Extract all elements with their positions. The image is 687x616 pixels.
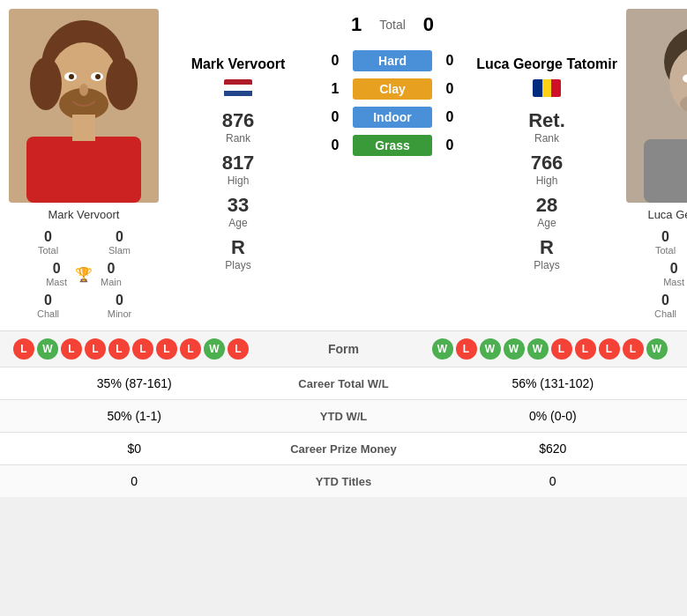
left-minor-cell: 0 Minor: [85, 290, 154, 322]
left-high-stat: 817 High: [222, 152, 255, 187]
left-plays-label: Plays: [225, 259, 250, 271]
stats-left-2: $0: [13, 442, 256, 456]
stats-label-0: Career Total W/L: [256, 377, 432, 390]
surface-grass: 0 Grass 0: [326, 135, 459, 156]
surface-hard: 0 Hard 0: [326, 50, 459, 71]
right-plays-stat: R Plays: [534, 236, 559, 271]
right-flag: [533, 79, 561, 100]
left-age-value: 33: [228, 194, 249, 217]
left-chall-lbl: Chall: [37, 308, 59, 319]
form-badge-w: W: [204, 338, 225, 360]
svg-rect-7: [72, 115, 95, 141]
right-mast-cell: 0 Mast: [661, 258, 687, 290]
hard-badge: Hard: [353, 50, 432, 71]
stats-table: 35% (87-161)Career Total W/L56% (131-102…: [0, 367, 687, 497]
svg-point-10: [69, 74, 74, 79]
form-badge-l: L: [551, 338, 572, 360]
left-high-label: High: [228, 174, 250, 187]
left-slam-lbl: Slam: [108, 245, 131, 256]
right-chall-cell: 0 Chall: [631, 290, 687, 322]
hard-score-right: 0: [441, 53, 459, 69]
form-badge-l: L: [85, 338, 106, 360]
left-form-badges: LWLLLLLLWL: [13, 338, 256, 360]
grass-score-left: 0: [326, 137, 344, 153]
stats-right-0: 56% (131-102): [432, 376, 675, 390]
form-badge-l: L: [156, 338, 177, 360]
right-chall-val: 0: [661, 293, 669, 308]
middle-section: 1 Total 0 0 Hard 0 1 Clay 0 0 Indoor 0 0: [317, 9, 467, 322]
right-player-photo: [626, 9, 687, 203]
form-badge-w: W: [432, 338, 453, 360]
right-player-name-under: Luca George Tatomir: [647, 208, 687, 221]
stats-row-0: 35% (87-161)Career Total W/L56% (131-102…: [0, 367, 687, 399]
form-badge-l: L: [623, 338, 644, 360]
left-main-cell: 0 Main: [98, 258, 124, 290]
clay-score-right: 0: [441, 81, 459, 97]
form-badge-w: W: [37, 338, 58, 360]
left-rank-value: 876: [222, 109, 255, 132]
left-plays-stat: R Plays: [225, 236, 250, 271]
form-badge-l: L: [61, 338, 82, 360]
left-slam-val: 0: [116, 229, 123, 245]
clay-score-left: 1: [326, 81, 344, 97]
left-main-lbl: Main: [101, 277, 122, 287]
left-rank-label: Rank: [226, 132, 250, 145]
right-high-value: 766: [531, 152, 564, 174]
left-slam-cell: 0 Slam: [85, 226, 154, 258]
form-badge-l: L: [456, 338, 477, 360]
stats-left-1: 50% (1-1): [13, 409, 256, 423]
right-high-stat: 766 High: [531, 152, 564, 187]
left-plays-value: R: [231, 236, 245, 259]
indoor-score-right: 0: [441, 109, 459, 125]
stats-left-3: 0: [13, 474, 256, 488]
form-badge-w: W: [480, 338, 501, 360]
left-mast-cell: 0 Mast: [43, 258, 70, 290]
stats-left-0: 35% (87-161): [13, 376, 256, 390]
form-badge-l: L: [228, 338, 249, 360]
right-age-value: 28: [536, 194, 557, 217]
right-player-info: Luca George Tatomir Ret. Rank 766 High 2…: [467, 9, 626, 322]
stats-label-2: Career Prize Money: [256, 442, 432, 456]
form-badge-w: W: [504, 338, 525, 360]
right-plays-label: Plays: [534, 259, 559, 271]
left-main-val: 0: [107, 261, 115, 277]
form-badge-l: L: [180, 338, 201, 360]
right-player-name: Luca George Tatomir: [476, 56, 617, 72]
right-rank-value: Ret.: [528, 109, 565, 132]
form-badge-w: W: [646, 338, 668, 360]
right-bottom-stats: 0 Chall 0 Minor: [631, 290, 687, 322]
left-stats-grid: 0 Total 0 Slam: [13, 226, 154, 258]
left-player-name: Mark Vervoort: [191, 56, 286, 72]
right-total-lbl: Total: [655, 245, 676, 256]
right-player-column: Luca George Tatomir 0 Total 0 Slam 0 Mas…: [626, 9, 687, 322]
stats-row-1: 50% (1-1)YTD W/L0% (0-0): [0, 399, 687, 432]
form-badge-w: W: [527, 338, 549, 360]
main-container: Mark Vervoort 0 Total 0 Slam 0 Mast 🏆: [0, 0, 687, 497]
right-form-badges: WLWWWLLLLW: [432, 338, 675, 360]
indoor-badge: Indoor: [353, 107, 432, 128]
left-total-lbl: Total: [38, 245, 58, 256]
left-player-name-under: Mark Vervoort: [49, 208, 120, 221]
svg-point-4: [106, 57, 138, 110]
svg-rect-16: [644, 139, 687, 203]
form-badge-l: L: [13, 338, 34, 360]
right-total-val: 0: [661, 229, 669, 245]
grass-badge: Grass: [353, 135, 432, 156]
hard-score-left: 0: [326, 53, 344, 69]
svg-point-11: [95, 74, 101, 79]
total-row: 1 Total 0: [351, 13, 434, 36]
left-minor-lbl: Minor: [108, 308, 132, 319]
left-mast-lbl: Mast: [46, 277, 67, 287]
form-badge-l: L: [132, 338, 153, 360]
total-label: Total: [379, 18, 406, 32]
right-age-stat: 28 Age: [536, 194, 557, 229]
right-chall-lbl: Chall: [654, 308, 676, 319]
right-mast-val: 0: [670, 261, 678, 277]
form-badge-l: L: [575, 338, 596, 360]
right-rank-label: Rank: [534, 132, 559, 145]
grass-score-right: 0: [441, 137, 459, 153]
stats-right-3: 0: [432, 474, 675, 488]
left-trophy-icon: 🏆: [75, 266, 93, 283]
svg-point-12: [79, 84, 88, 96]
left-high-value: 817: [222, 152, 255, 174]
